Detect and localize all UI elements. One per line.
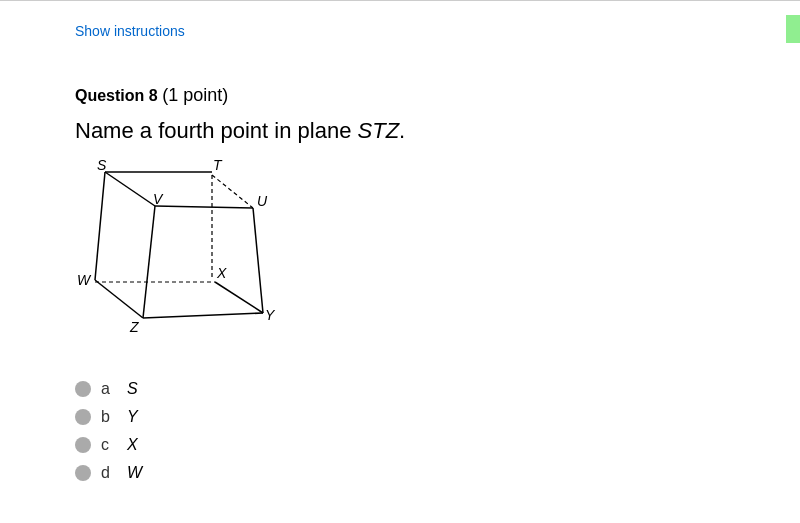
question-text-prefix: Name a fourth point in plane (75, 118, 358, 143)
vertex-V-label: V (153, 191, 164, 207)
question-area: Question 8 (1 point) Name a fourth point… (75, 85, 780, 492)
svg-line-10 (215, 282, 263, 313)
svg-line-5 (95, 280, 143, 318)
choice-letter-b: b (101, 408, 113, 426)
choice-value-b: Y (127, 408, 138, 426)
vertex-U-label: U (257, 193, 268, 209)
choice-letter-c: c (101, 436, 113, 454)
choice-letter-d: d (101, 464, 113, 482)
svg-line-9 (143, 313, 263, 318)
question-text-suffix: . (399, 118, 405, 143)
cube-svg: S T U V W X Y Z (75, 160, 295, 360)
vertex-X-label: X (216, 265, 227, 281)
progress-bar (786, 15, 800, 43)
svg-line-1 (212, 175, 253, 208)
question-number: Question 8 (75, 87, 158, 104)
question-header: Question 8 (1 point) (75, 85, 780, 106)
top-border (0, 0, 800, 1)
choice-letter-a: a (101, 380, 113, 398)
radio-c[interactable] (75, 437, 91, 453)
vertex-S-label: S (97, 160, 107, 173)
choice-c[interactable]: c X (75, 436, 780, 454)
choice-value-c: X (127, 436, 138, 454)
svg-line-6 (253, 208, 263, 313)
vertex-W-label: W (77, 272, 92, 288)
radio-a[interactable] (75, 381, 91, 397)
cube-diagram: S T U V W X Y Z (75, 160, 295, 360)
vertex-Z-label: Z (129, 319, 139, 335)
choice-a[interactable]: a S (75, 380, 780, 398)
radio-b[interactable] (75, 409, 91, 425)
svg-line-11 (143, 206, 155, 318)
svg-line-8 (105, 172, 155, 206)
choice-b[interactable]: b Y (75, 408, 780, 426)
vertex-Y-label: Y (265, 307, 276, 323)
svg-line-3 (95, 172, 105, 280)
svg-line-7 (155, 206, 253, 208)
question-points: (1 point) (162, 85, 228, 105)
radio-d[interactable] (75, 465, 91, 481)
answer-choices: a S b Y c X d W (75, 380, 780, 482)
question-text: Name a fourth point in plane STZ. (75, 118, 780, 144)
choice-value-a: S (127, 380, 138, 398)
show-instructions-link[interactable]: Show instructions (75, 23, 185, 39)
vertex-T-label: T (213, 160, 223, 173)
choice-value-d: W (127, 464, 142, 482)
question-text-italic: STZ (358, 118, 400, 143)
choice-d[interactable]: d W (75, 464, 780, 482)
